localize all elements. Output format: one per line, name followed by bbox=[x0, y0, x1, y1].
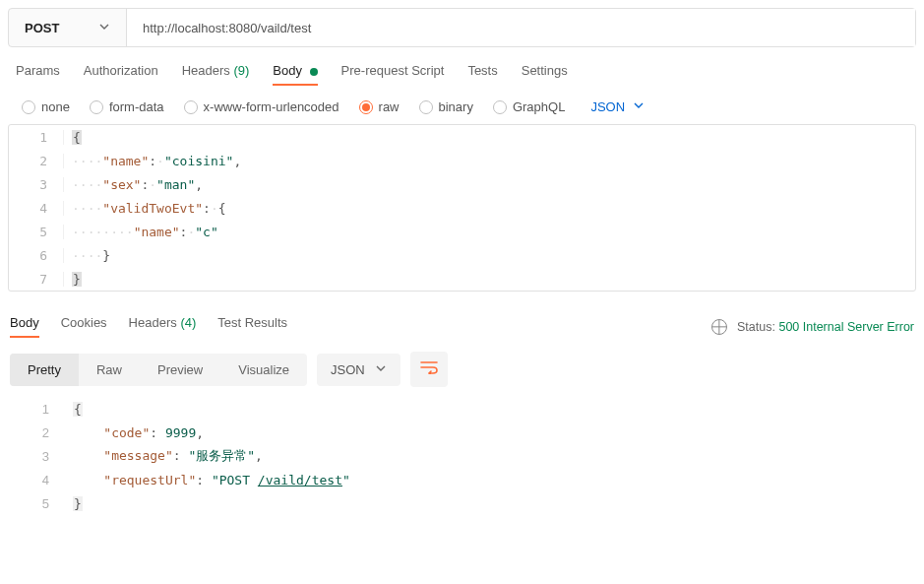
view-tab-raw[interactable]: Raw bbox=[79, 354, 140, 386]
method-label: POST bbox=[25, 21, 59, 35]
code-content: ····} bbox=[64, 248, 110, 263]
resp-tab-body[interactable]: Body bbox=[10, 315, 39, 338]
code-line: 2····"name":·"coisini", bbox=[9, 149, 915, 172]
code-content: "code": 9999, bbox=[65, 425, 204, 440]
status-label: Status: bbox=[737, 320, 775, 334]
line-number: 1 bbox=[10, 402, 65, 417]
code-content: "message": "服务异常", bbox=[65, 447, 263, 465]
wrap-icon bbox=[420, 360, 438, 378]
url-bar: POST http://localhost:8080/vaild/test bbox=[8, 8, 916, 47]
method-select[interactable]: POST bbox=[9, 9, 127, 46]
tab-params[interactable]: Params bbox=[16, 63, 60, 86]
line-number: 2 bbox=[9, 154, 64, 168]
radio-icon bbox=[90, 100, 103, 114]
url-value: http://localhost:8080/vaild/test bbox=[143, 21, 311, 35]
modified-dot-icon bbox=[310, 68, 318, 76]
tab-prerequest[interactable]: Pre-request Script bbox=[341, 63, 445, 86]
radio-icon bbox=[184, 100, 198, 114]
code-content: ····"validTwoEvt":·{ bbox=[64, 201, 226, 216]
radio-none[interactable]: none bbox=[22, 99, 70, 114]
request-tabs: Params Authorization Headers (9) Body Pr… bbox=[16, 63, 916, 86]
code-line: 5} bbox=[10, 491, 914, 515]
body-type-row: none form-data x-www-form-urlencoded raw… bbox=[22, 99, 916, 114]
response-tabs: Body Cookies Headers (4) Test Results bbox=[10, 315, 287, 338]
code-line: 3 "message": "服务异常", bbox=[10, 444, 914, 468]
code-line: 6····} bbox=[9, 243, 915, 267]
radio-icon bbox=[493, 100, 507, 114]
code-content: } bbox=[64, 272, 82, 287]
radio-icon bbox=[359, 100, 373, 114]
view-tab-pretty[interactable]: Pretty bbox=[10, 354, 79, 386]
code-line: 2 "code": 9999, bbox=[10, 421, 914, 444]
view-tab-preview[interactable]: Preview bbox=[140, 354, 220, 386]
code-content: { bbox=[64, 130, 82, 145]
code-content: "requestUrl": "POST /vaild/test" bbox=[65, 473, 350, 487]
tab-body[interactable]: Body bbox=[273, 63, 317, 86]
resp-tab-test-results[interactable]: Test Results bbox=[217, 315, 287, 338]
line-number: 6 bbox=[9, 248, 64, 263]
chevron-down-icon bbox=[375, 362, 387, 377]
line-number: 3 bbox=[10, 449, 65, 464]
radio-form-data[interactable]: form-data bbox=[90, 99, 164, 114]
code-content: { bbox=[65, 402, 83, 417]
response-format-select[interactable]: JSON bbox=[317, 354, 400, 386]
status-value[interactable]: 500 Internal Server Error bbox=[778, 320, 914, 334]
resp-tab-headers[interactable]: Headers (4) bbox=[129, 315, 197, 338]
code-content: ····"name":·"coisini", bbox=[64, 154, 241, 168]
globe-icon[interactable] bbox=[711, 319, 727, 335]
line-number: 5 bbox=[10, 496, 65, 511]
radio-icon bbox=[22, 100, 35, 114]
body-format-select[interactable]: JSON bbox=[590, 99, 645, 114]
line-number: 5 bbox=[9, 225, 64, 239]
tab-settings[interactable]: Settings bbox=[522, 63, 568, 86]
response-body-viewer[interactable]: 1{2 "code": 9999,3 "message": "服务异常",4 "… bbox=[10, 397, 914, 515]
response-tabs-row: Body Cookies Headers (4) Test Results St… bbox=[10, 315, 914, 338]
code-content: ········"name":·"c" bbox=[64, 225, 218, 239]
code-line: 1{ bbox=[10, 397, 914, 421]
view-tab-visualize[interactable]: Visualize bbox=[220, 354, 307, 386]
line-number: 4 bbox=[10, 473, 65, 487]
tab-authorization[interactable]: Authorization bbox=[84, 63, 158, 86]
wrap-toggle-button[interactable] bbox=[410, 352, 448, 387]
tab-headers[interactable]: Headers (9) bbox=[182, 63, 250, 86]
response-view-tabs: Pretty Raw Preview Visualize bbox=[10, 354, 307, 386]
line-number: 1 bbox=[9, 130, 64, 145]
radio-binary[interactable]: binary bbox=[419, 99, 473, 114]
code-line: 4 "requestUrl": "POST /vaild/test" bbox=[10, 468, 914, 491]
line-number: 2 bbox=[10, 425, 65, 440]
code-line: 3····"sex":·"man", bbox=[9, 172, 915, 196]
radio-urlencoded[interactable]: x-www-form-urlencoded bbox=[184, 99, 339, 114]
chevron-down-icon bbox=[633, 99, 645, 114]
line-number: 7 bbox=[9, 272, 64, 287]
code-content: } bbox=[65, 496, 83, 511]
radio-raw[interactable]: raw bbox=[359, 99, 400, 114]
line-number: 4 bbox=[9, 201, 64, 216]
response-toolbar: Pretty Raw Preview Visualize JSON bbox=[10, 352, 914, 387]
chevron-down-icon bbox=[98, 21, 110, 35]
radio-graphql[interactable]: GraphQL bbox=[493, 99, 565, 114]
resp-tab-cookies[interactable]: Cookies bbox=[61, 315, 107, 338]
radio-icon bbox=[419, 100, 433, 114]
request-body-editor[interactable]: 1{2····"name":·"coisini",3····"sex":·"ma… bbox=[8, 124, 916, 292]
line-number: 3 bbox=[9, 177, 64, 192]
code-line: 7} bbox=[9, 267, 915, 291]
code-line: 4····"validTwoEvt":·{ bbox=[9, 196, 915, 220]
tab-tests[interactable]: Tests bbox=[467, 63, 497, 86]
code-line: 5········"name":·"c" bbox=[9, 220, 915, 243]
code-content: ····"sex":·"man", bbox=[64, 177, 203, 192]
url-input[interactable]: http://localhost:8080/vaild/test bbox=[127, 9, 915, 46]
code-line: 1{ bbox=[9, 125, 915, 149]
